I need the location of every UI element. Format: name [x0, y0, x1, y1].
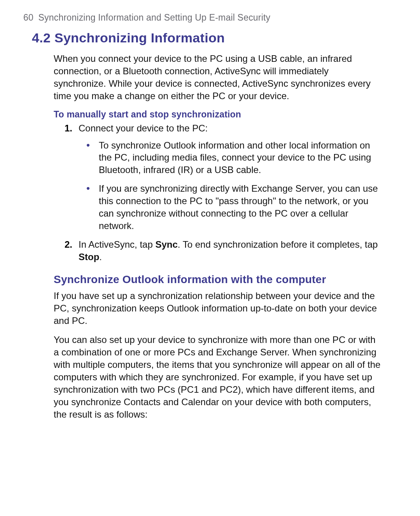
outlook-para-2: You can also set up your device to synch… — [54, 334, 381, 420]
step-2-text-pre: In ActiveSync, tap — [79, 239, 155, 250]
step-1: Connect your device to the PC: To synchr… — [69, 122, 381, 232]
step-2-text-post: . — [99, 252, 102, 262]
intro-paragraph: When you connect your device to the PC u… — [54, 52, 381, 102]
running-title: Synchronizing Information and Setting Up… — [38, 12, 271, 23]
step-2-bold-sync: Sync — [155, 239, 177, 250]
step-2-text-mid: . To end synchronization before it compl… — [178, 239, 378, 250]
page-content: 4.2 Synchronizing Information When you c… — [32, 30, 381, 428]
section-number: 4.2 — [32, 30, 51, 45]
section-body: When you connect your device to the PC u… — [54, 52, 381, 421]
step-1-text: Connect your device to the PC: — [79, 123, 208, 133]
steps-list: Connect your device to the PC: To synchr… — [54, 122, 381, 263]
manual-sync-heading: To manually start and stop synchronizati… — [54, 109, 381, 120]
step-2: In ActiveSync, tap Sync. To end synchron… — [69, 238, 381, 263]
step-2-bold-stop: Stop — [79, 252, 99, 262]
document-page: 60 Synchronizing Information and Setting… — [0, 0, 420, 516]
page-number: 60 — [23, 12, 33, 23]
section-title: 4.2 Synchronizing Information — [32, 30, 381, 45]
step-1-bullets: To synchronize Outlook information and o… — [79, 139, 381, 232]
section-name: Synchronizing Information — [54, 30, 225, 45]
running-head: 60 Synchronizing Information and Setting… — [23, 12, 270, 23]
outlook-sync-heading: Synchronize Outlook information with the… — [54, 273, 381, 286]
bullet-item: If you are synchronizing directly with E… — [96, 182, 381, 232]
outlook-para-1: If you have set up a synchronization rel… — [54, 290, 381, 327]
bullet-item: To synchronize Outlook information and o… — [96, 139, 381, 177]
